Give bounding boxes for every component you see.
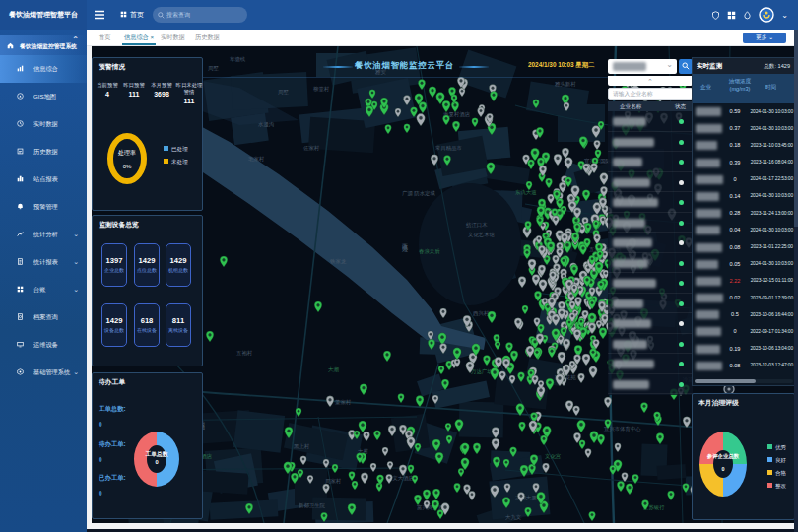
svg-text:铁家龙: 铁家龙 <box>330 258 347 264</box>
svg-text:万达广场: 万达广场 <box>471 368 493 375</box>
svg-text:纺江口木: 纺江口木 <box>466 222 488 229</box>
svg-text:周墅: 周墅 <box>208 65 219 71</box>
svg-text:周墅: 周墅 <box>278 89 289 95</box>
svg-text:广源 防水定城: 广源 防水定城 <box>402 190 435 197</box>
svg-text:西汽大道: 西汽大道 <box>402 238 408 252</box>
svg-text:常吕精品市: 常吕精品市 <box>435 145 462 152</box>
svg-text:佐家村: 佐家村 <box>303 145 320 152</box>
svg-text:草塘线: 草塘线 <box>230 56 246 63</box>
svg-text:董家村: 董家村 <box>335 399 352 406</box>
svg-text:东氿大道: 东氿大道 <box>514 189 537 195</box>
svg-text:黑上村: 黑上村 <box>294 443 310 450</box>
svg-text:春浪天后: 春浪天后 <box>419 248 440 255</box>
svg-text:大潮: 大潮 <box>328 366 339 373</box>
svg-text:西兴村: 西兴村 <box>473 310 490 317</box>
svg-text:雅头新村: 雅头新村 <box>555 81 576 88</box>
svg-text:水漫沟: 水漫沟 <box>258 121 274 128</box>
svg-text:毛家村: 毛家村 <box>248 156 265 163</box>
svg-text:新都卫生院: 新都卫生院 <box>299 502 326 509</box>
svg-text:五袍村: 五袍村 <box>236 350 253 357</box>
svg-text:大九文: 大九文 <box>505 514 522 520</box>
svg-text:宜兴市体育中心: 宜兴市体育中心 <box>604 426 641 432</box>
svg-text:文化艺术馆: 文化艺术馆 <box>468 232 496 238</box>
svg-text:周家村: 周家村 <box>325 478 342 485</box>
svg-text:柳堂村: 柳堂村 <box>313 86 330 93</box>
svg-text:文化宫: 文化宫 <box>545 453 562 460</box>
